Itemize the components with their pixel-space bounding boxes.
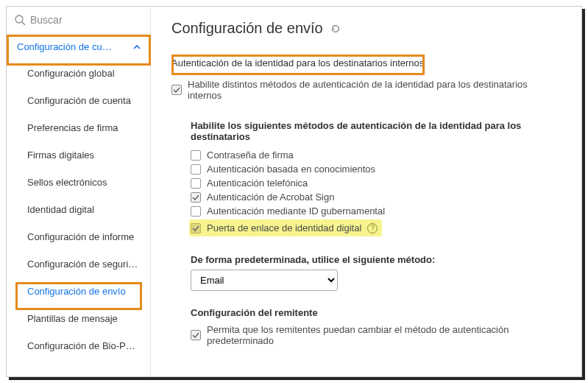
sidebar-item[interactable]: Preferencias de firma bbox=[7, 114, 150, 141]
default-method-select[interactable]: Email bbox=[191, 270, 338, 291]
auth-method-row: Contraseña de firma bbox=[191, 148, 561, 162]
sidebar-item-label: Configuración de envío bbox=[27, 286, 126, 297]
auth-method-row: Autenticación mediante ID gubernamental bbox=[191, 204, 561, 218]
sender-option-row: Permita que los remitentes puedan cambia… bbox=[191, 323, 561, 348]
auth-section-title: Autenticación de la identidad para los d… bbox=[171, 57, 561, 73]
sidebar-item[interactable]: Configuración de informe bbox=[7, 223, 150, 250]
sidebar-item[interactable]: Firmas digitales bbox=[7, 141, 150, 169]
auth-method-label: Autenticación telefónica bbox=[207, 178, 308, 189]
sender-config-section: Configuración del remitente Permita que … bbox=[191, 307, 561, 348]
auth-method-row: Autenticación telefónica bbox=[191, 176, 561, 190]
sidebar: Configuración de cu… Configuración globa… bbox=[7, 7, 151, 376]
sidebar-item[interactable]: Configuración de cuenta bbox=[7, 87, 150, 114]
sidebar-item[interactable]: Configuración de segurid… bbox=[7, 250, 150, 278]
default-method-section: De forma predeterminada, utilice el sigu… bbox=[191, 254, 561, 291]
svg-point-0 bbox=[15, 15, 23, 23]
refresh-icon[interactable] bbox=[330, 24, 341, 34]
main-panel: Configuración de envío Autenticación de … bbox=[151, 7, 581, 376]
auth-method-checkbox[interactable] bbox=[191, 206, 201, 217]
sidebar-item-label: Identidad digital bbox=[27, 204, 94, 215]
highlighted-method: Puerta de enlace de identidad digital? bbox=[189, 219, 382, 236]
sender-option-checkbox[interactable] bbox=[191, 330, 201, 340]
sidebar-item-label: Configuración de segurid… bbox=[27, 259, 144, 270]
auth-method-row: Puerta de enlace de identidad digital? bbox=[191, 218, 561, 238]
sidebar-item-label: Configuración de Bio-Ph… bbox=[27, 340, 141, 351]
page-title: Configuración de envío bbox=[171, 20, 561, 37]
search-wrap bbox=[7, 7, 150, 34]
sender-config-label: Configuración del remitente bbox=[191, 307, 561, 318]
sidebar-item[interactable]: Identidad digital bbox=[7, 196, 150, 223]
sidebar-item[interactable]: Sellos electrónicos bbox=[7, 169, 150, 196]
auth-method-label: Puerta de enlace de identidad digital bbox=[207, 222, 361, 233]
sidebar-item[interactable]: Plantillas de mensaje bbox=[7, 305, 150, 332]
default-method-label: De forma predeterminada, utilice el sigu… bbox=[191, 254, 561, 265]
auth-method-checkbox[interactable] bbox=[191, 223, 201, 233]
auth-method-checkbox[interactable] bbox=[191, 150, 201, 161]
sidebar-item[interactable]: Configuración global bbox=[7, 60, 150, 87]
auth-methods-group: Habilite los siguientes métodos de auten… bbox=[191, 120, 561, 238]
auth-methods-label: Habilite los siguientes métodos de auten… bbox=[191, 120, 561, 142]
auth-method-checkbox[interactable] bbox=[191, 164, 201, 175]
info-icon[interactable]: ? bbox=[367, 223, 378, 233]
enable-auth-row: Habilite distintos métodos de autenticac… bbox=[171, 77, 561, 102]
sidebar-list[interactable]: Configuración globalConfiguración de cue… bbox=[7, 60, 150, 376]
sidebar-item[interactable]: Configuración de envío bbox=[7, 278, 150, 305]
svg-line-1 bbox=[22, 22, 25, 25]
sidebar-item-label: Configuración global bbox=[27, 68, 115, 79]
auth-method-checkbox[interactable] bbox=[191, 178, 201, 189]
auth-section: Autenticación de la identidad para los d… bbox=[171, 55, 561, 348]
auth-method-row: Autenticación de Acrobat Sign bbox=[191, 190, 561, 204]
auth-method-label: Autenticación basada en conocimientos bbox=[207, 164, 375, 175]
sidebar-item-label: Preferencias de firma bbox=[27, 122, 118, 133]
sidebar-item[interactable]: Configuración de Bio-Ph… bbox=[7, 332, 150, 359]
sidebar-section-header[interactable]: Configuración de cu… bbox=[7, 34, 150, 60]
auth-method-checkbox[interactable] bbox=[191, 192, 201, 203]
sidebar-item-label: Configuración de cuenta bbox=[27, 95, 131, 106]
auth-method-label: Autenticación de Acrobat Sign bbox=[207, 192, 334, 203]
sidebar-item-label: Plantillas de mensaje bbox=[27, 313, 118, 324]
search bbox=[13, 11, 144, 29]
app-frame: Configuración de cu… Configuración globa… bbox=[6, 6, 582, 377]
page-title-text: Configuración de envío bbox=[171, 20, 323, 37]
sidebar-item-label: Configuración de informe bbox=[27, 231, 134, 242]
auth-method-label: Contraseña de firma bbox=[207, 150, 294, 161]
search-input[interactable] bbox=[30, 14, 143, 26]
sidebar-item-label: Firmas digitales bbox=[27, 150, 94, 161]
enable-auth-label: Habilite distintos métodos de autenticac… bbox=[188, 79, 561, 101]
sidebar-section-label: Configuración de cu… bbox=[17, 41, 112, 52]
chevron-up-icon bbox=[132, 43, 141, 52]
enable-auth-checkbox[interactable] bbox=[171, 85, 182, 95]
auth-method-row: Autenticación basada en conocimientos bbox=[191, 162, 561, 176]
sidebar-item-label: Sellos electrónicos bbox=[27, 177, 107, 188]
sender-option-label: Permita que los remitentes puedan cambia… bbox=[207, 324, 561, 346]
search-icon bbox=[14, 14, 26, 26]
auth-method-label: Autenticación mediante ID gubernamental bbox=[207, 205, 385, 217]
